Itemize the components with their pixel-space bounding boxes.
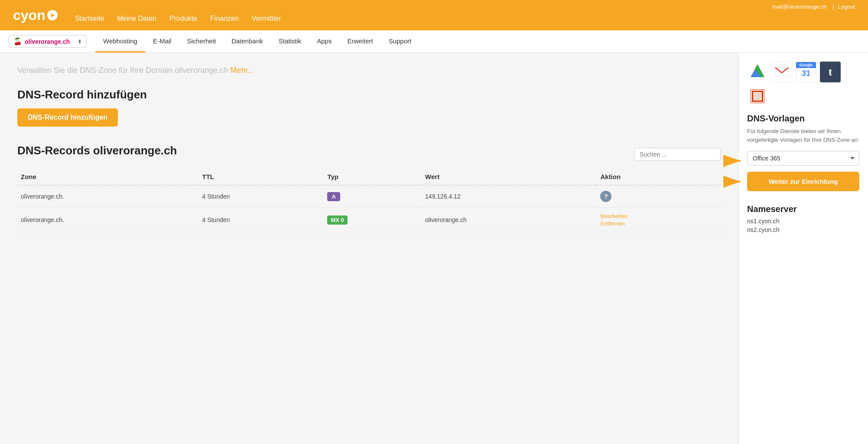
- content-area: Verwalten Sie die DNS-Zone für Ihre Doma…: [0, 53, 738, 444]
- office-icon: [747, 86, 768, 107]
- records-section: DNS-Records oliverorange.ch Zone TTL Typ…: [17, 144, 721, 232]
- table-row: oliverorange.ch. 4 Stunden MX 0 oliveror…: [17, 208, 721, 232]
- nameserver-1: ns1.cyon.ch: [747, 218, 859, 225]
- action-links: Bearbeiten Entfernen: [600, 213, 717, 227]
- col-zone: Zone: [17, 169, 198, 185]
- row1-zone: oliverorange.ch.: [17, 185, 198, 208]
- records-title: DNS-Records oliverorange.ch: [17, 144, 177, 157]
- sub-nav: Webhosting E-Mail Sicherheit Datenbank S…: [95, 30, 419, 52]
- main-nav: Startseite Meine Daten Produkte Finanzen…: [75, 15, 281, 24]
- logo[interactable]: cyon ➤: [13, 7, 58, 23]
- dns-info-text: Verwalten Sie die DNS-Zone für Ihre Doma…: [17, 66, 721, 75]
- tumblr-icon: t: [820, 62, 841, 82]
- col-aktion: Aktion: [597, 169, 721, 185]
- records-header: DNS-Records oliverorange.ch: [17, 144, 721, 164]
- google-drive-icon: [747, 62, 768, 82]
- domain-dropdown-arrow: ⬍: [78, 39, 82, 45]
- sidebar: Google 31 t DNS-Vorlagen Für folgende Di…: [738, 53, 868, 444]
- nav-produkte[interactable]: Produkte: [169, 15, 197, 24]
- calendar-icon: Google 31: [796, 62, 816, 82]
- tab-apps[interactable]: Apps: [309, 30, 339, 52]
- col-wert: Wert: [422, 169, 597, 185]
- sidebar-icons: Google 31 t: [747, 62, 859, 107]
- logo-text: cyon: [13, 7, 46, 23]
- tab-email[interactable]: E-Mail: [145, 30, 179, 52]
- row1-typ: A: [324, 185, 422, 208]
- col-typ: Typ: [324, 169, 422, 185]
- nav-vermittler[interactable]: Vermittler: [252, 15, 281, 24]
- dns-table: Zone TTL Typ Wert Aktion oliverorange.ch…: [17, 169, 721, 232]
- row2-typ: MX 0: [324, 208, 422, 232]
- row2-aktion: Bearbeiten Entfernen: [597, 208, 721, 232]
- user-email: mail@oliverorange.ch: [772, 3, 827, 10]
- row1-aktion: ?: [597, 185, 721, 208]
- nav-startseite[interactable]: Startseite: [75, 15, 104, 24]
- dns-vorlagen-title: DNS-Vorlagen: [747, 114, 859, 124]
- type-badge-a: A: [327, 192, 340, 201]
- svg-rect-8: [753, 92, 762, 101]
- tab-webhosting[interactable]: Webhosting: [95, 30, 145, 52]
- template-selector-area: Office 365 Google Apps Tumblr: [747, 151, 859, 172]
- tab-sicherheit[interactable]: Sicherheit: [179, 30, 224, 52]
- row1-ttl: 4 Stunden: [198, 185, 324, 208]
- sub-header: 🍒 oliverorange.ch ⬍ Webhosting E-Mail Si…: [0, 30, 868, 53]
- type-badge-mx: MX 0: [327, 215, 347, 225]
- logo-arrow-icon: ➤: [47, 10, 58, 20]
- entfernen-link[interactable]: Entfernen: [600, 220, 717, 227]
- nav-finanzen[interactable]: Finanzen: [210, 15, 239, 24]
- tab-statistik[interactable]: Statistik: [271, 30, 309, 52]
- row1-wert: 149.126.4.12: [422, 185, 597, 208]
- search-input[interactable]: [634, 148, 721, 161]
- tab-datenbank[interactable]: Datenbank: [224, 30, 271, 52]
- dns-vorlagen-desc: Für folgende Dienste bieten wir Ihnen vo…: [747, 127, 859, 144]
- weiter-button[interactable]: Weiter zur Einrichtung: [747, 172, 859, 191]
- main-container: Verwalten Sie die DNS-Zone für Ihre Doma…: [0, 53, 868, 444]
- table-row: oliverorange.ch. 4 Stunden A 149.126.4.1…: [17, 185, 721, 208]
- dns-info-static: Verwalten Sie die DNS-Zone für Ihre Doma…: [17, 66, 228, 75]
- nav-meine-daten[interactable]: Meine Daten: [117, 15, 156, 24]
- tab-erweitert[interactable]: Erweitert: [339, 30, 380, 52]
- row2-ttl: 4 Stunden: [198, 208, 324, 232]
- action-question-icon[interactable]: ?: [600, 191, 611, 202]
- nameserver-2: ns2.cyon.ch: [747, 226, 859, 233]
- add-record-title: DNS-Record hinzufügen: [17, 88, 721, 101]
- nameserver-title: Nameserver: [747, 204, 859, 214]
- arrow-to-button: [721, 175, 745, 189]
- add-record-button[interactable]: DNS-Record hinzufügen: [17, 108, 118, 127]
- gmail-icon: [771, 62, 792, 82]
- bearbeiten-link[interactable]: Bearbeiten: [600, 213, 717, 219]
- arrow-to-select: [721, 154, 745, 169]
- logout-link[interactable]: Logout: [838, 3, 855, 10]
- row2-zone: oliverorange.ch.: [17, 208, 198, 232]
- main-header: mail@oliverorange.ch | Logout cyon ➤ Sta…: [0, 0, 868, 30]
- row2-wert: oliverorange.ch: [422, 208, 597, 232]
- domain-selector[interactable]: 🍒 oliverorange.ch ⬍: [9, 35, 87, 48]
- template-select[interactable]: Office 365 Google Apps Tumblr: [747, 151, 859, 166]
- separator: |: [832, 3, 834, 10]
- user-info: mail@oliverorange.ch | Logout: [770, 3, 855, 10]
- tab-support[interactable]: Support: [381, 30, 419, 52]
- domain-icon: 🍒: [13, 37, 22, 46]
- domain-name: oliverorange.ch: [25, 38, 78, 45]
- col-ttl: TTL: [198, 169, 324, 185]
- weiter-button-area: Weiter zur Einrichtung: [747, 172, 859, 204]
- dns-info-link[interactable]: Mehr...: [230, 66, 254, 75]
